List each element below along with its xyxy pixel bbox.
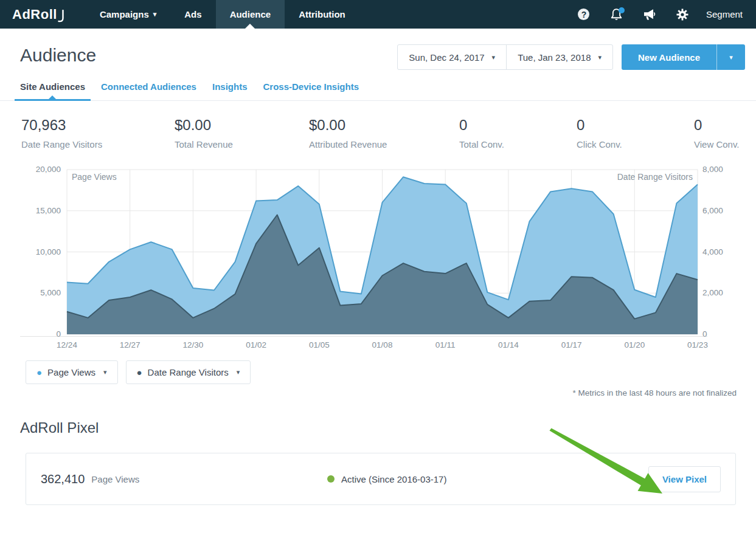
- notifications-bell-icon[interactable]: [600, 0, 633, 29]
- primary-nav: Campaigns ▾ Ads Audience Attribution: [86, 0, 359, 29]
- help-icon[interactable]: ?: [567, 0, 600, 29]
- adroll-pixel-heading: AdRoll Pixel: [20, 419, 736, 436]
- header-controls: Sun, Dec 24, 2017 ▾ Tue, Jan 23, 2018 ▾ …: [397, 44, 745, 70]
- start-date-select[interactable]: Sun, Dec 24, 2017 ▾: [398, 45, 506, 69]
- nav-right-icons: ?: [567, 0, 756, 29]
- stat-label: Attributed Revenue: [309, 139, 459, 150]
- traffic-area-chart: 20,00015,00010,0005,00008,0006,0004,0002…: [20, 168, 736, 350]
- stat-view-conv: 0 View Conv.: [694, 117, 756, 150]
- stat-value: 0: [694, 117, 756, 134]
- new-audience-split-button: New Audience ▾: [622, 44, 745, 70]
- pixel-page-views-label: Page Views: [91, 474, 139, 484]
- active-nav-notch: [245, 24, 255, 29]
- visitors-series-dot-icon: ●: [137, 368, 142, 377]
- tab-site-audiences[interactable]: Site Audiences: [20, 76, 85, 100]
- audience-tabs: Site Audiences Connected Audiences Insig…: [0, 76, 756, 101]
- adroll-pixel-card: 362,410 Page Views Active (Since 2016-03…: [26, 453, 736, 505]
- legend-label: Date Range Visitors: [148, 367, 229, 377]
- pixel-status-text: Active (Since 2016-03-17): [341, 474, 446, 484]
- caret-down-icon: ▾: [598, 53, 602, 61]
- nav-item-attribution[interactable]: Attribution: [285, 0, 359, 29]
- stat-click-conv: 0 Click Conv.: [577, 117, 694, 150]
- caret-down-icon: ▾: [237, 368, 240, 376]
- settings-gear-icon[interactable]: [666, 0, 699, 29]
- page-title: Audience: [20, 44, 96, 66]
- tab-cross-device-insights[interactable]: Cross-Device Insights: [263, 76, 359, 100]
- page-views-series-dot-icon: ●: [36, 368, 42, 377]
- notification-badge: [619, 7, 625, 13]
- stat-value: 0: [577, 117, 694, 134]
- new-audience-button[interactable]: New Audience: [622, 44, 716, 70]
- page-header: Audience Sun, Dec 24, 2017 ▾ Tue, Jan 23…: [0, 29, 756, 70]
- pixel-status: Active (Since 2016-03-17): [327, 474, 446, 484]
- tab-insights[interactable]: Insights: [212, 76, 248, 100]
- end-date-value: Tue, Jan 23, 2018: [518, 52, 591, 63]
- tab-label: Cross-Device Insights: [263, 81, 359, 92]
- adroll-logo[interactable]: AdRoll: [0, 0, 65, 29]
- caret-down-icon: ▾: [103, 368, 107, 376]
- active-status-dot-icon: [327, 475, 335, 483]
- top-nav: AdRoll Campaigns ▾ Ads Audience Attribut…: [0, 0, 756, 29]
- metrics-disclaimer-note: * Metrics in the last 48 hours are not f…: [0, 388, 737, 397]
- nav-item-label: Attribution: [299, 9, 345, 19]
- summary-stats-row: 70,963 Date Range Visitors $0.00 Total R…: [0, 101, 756, 150]
- date-range-picker: Sun, Dec 24, 2017 ▾ Tue, Jan 23, 2018 ▾: [397, 44, 613, 70]
- stat-value: 70,963: [21, 117, 175, 134]
- stat-label: Date Range Visitors: [21, 139, 175, 150]
- stat-total-revenue: $0.00 Total Revenue: [175, 117, 309, 150]
- stat-value: 0: [459, 117, 577, 134]
- stat-value: $0.00: [309, 117, 459, 134]
- stat-label: Click Conv.: [577, 139, 694, 150]
- caret-down-icon: ▾: [153, 10, 157, 18]
- stat-value: $0.00: [175, 117, 309, 134]
- tab-connected-audiences[interactable]: Connected Audiences: [101, 76, 196, 100]
- legend-page-views-button[interactable]: ● Page Views ▾: [26, 360, 118, 384]
- stat-label: Total Conv.: [459, 139, 577, 150]
- new-audience-dropdown-caret[interactable]: ▾: [716, 44, 745, 70]
- nav-item-ads[interactable]: Ads: [170, 0, 215, 29]
- nav-item-audience[interactable]: Audience: [216, 0, 285, 29]
- nav-item-label: Ads: [184, 9, 201, 19]
- adroll-logo-text: AdRoll: [12, 7, 57, 22]
- chart-canvas: [20, 168, 736, 350]
- segment-account-link[interactable]: Segment: [706, 9, 743, 19]
- stat-attributed-revenue: $0.00 Attributed Revenue: [309, 117, 459, 150]
- caret-down-icon: ▾: [492, 53, 496, 61]
- tab-label: Connected Audiences: [101, 81, 196, 92]
- end-date-select[interactable]: Tue, Jan 23, 2018 ▾: [506, 45, 612, 69]
- adroll-audience-page: { "colors": { "nav_bg": "#16323e", "nav_…: [0, 0, 756, 547]
- stat-date-range-visitors: 70,963 Date Range Visitors: [21, 117, 175, 150]
- adroll-logo-curl-icon: [58, 10, 65, 23]
- tab-label: Insights: [212, 81, 248, 92]
- pixel-page-views-value: 362,410: [41, 472, 85, 486]
- nav-item-label: Audience: [230, 9, 271, 19]
- chart-legend: ● Page Views ▾ ● Date Range Visitors ▾: [26, 360, 756, 384]
- nav-item-campaigns[interactable]: Campaigns ▾: [86, 0, 170, 29]
- view-pixel-button[interactable]: View Pixel: [648, 466, 721, 492]
- legend-label: Page Views: [47, 367, 95, 377]
- stat-label: View Conv.: [694, 139, 756, 150]
- stat-label: Total Revenue: [175, 139, 309, 150]
- legend-date-range-visitors-button[interactable]: ● Date Range Visitors ▾: [126, 360, 251, 384]
- nav-item-label: Campaigns: [100, 9, 149, 19]
- active-tab-underline: [15, 99, 91, 101]
- stat-total-conv: 0 Total Conv.: [459, 117, 577, 150]
- announcements-megaphone-icon[interactable]: [633, 0, 666, 29]
- active-tab-notch: [49, 95, 56, 99]
- start-date-value: Sun, Dec 24, 2017: [409, 52, 484, 63]
- tab-label: Site Audiences: [20, 81, 85, 92]
